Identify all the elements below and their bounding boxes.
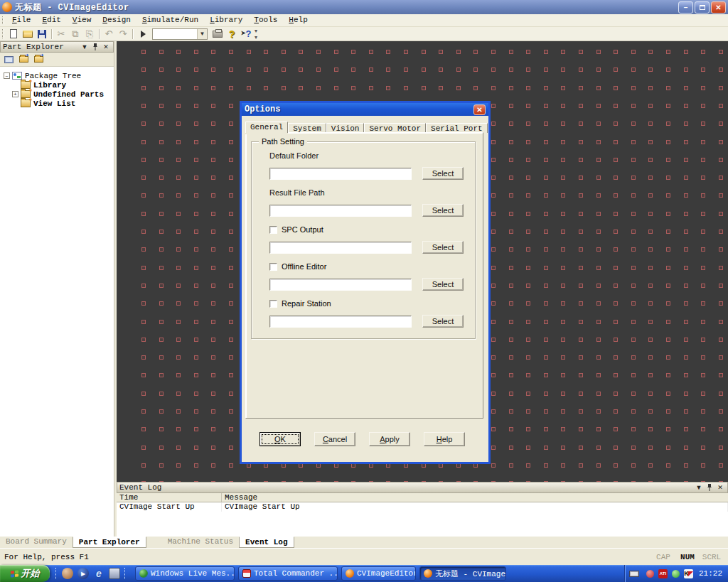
panel-close-icon[interactable]: ✕ xyxy=(715,483,725,492)
input-result-file-path[interactable] xyxy=(269,205,412,217)
tree-item-library[interactable]: Library xyxy=(1,80,114,90)
log-column-time[interactable]: Time xyxy=(117,493,222,502)
checkbox-repair-station[interactable]: Repair Station xyxy=(269,299,331,308)
panel-pin-icon[interactable] xyxy=(705,483,714,492)
print-button[interactable] xyxy=(210,28,225,41)
pad-square xyxy=(666,104,670,108)
dialog-close-button[interactable]: ✕ xyxy=(473,104,486,115)
apply-button[interactable]: Apply xyxy=(369,432,410,446)
task-button-4[interactable]: 无标题 - CVImage... xyxy=(419,566,506,581)
tree-item-view-list[interactable]: View List xyxy=(1,99,114,108)
pad-square xyxy=(648,355,653,360)
select-button-result-file-path[interactable]: Select xyxy=(422,204,464,217)
pad-square xyxy=(526,50,530,54)
input-spc-output[interactable] xyxy=(269,242,412,254)
help-button[interactable]: Help xyxy=(424,432,465,446)
pad-square xyxy=(526,320,530,324)
media-player-icon[interactable]: ▶ xyxy=(77,568,89,579)
task-button-1[interactable]: Windows Live Mes... xyxy=(135,566,235,581)
open-button[interactable] xyxy=(21,28,35,41)
pad-square xyxy=(666,446,670,450)
close-button[interactable]: ✕ xyxy=(711,1,726,14)
pad-square xyxy=(439,68,443,72)
options-tab-servo-motor[interactable]: Servo Motor xyxy=(364,123,426,133)
internet-explorer-icon[interactable]: e xyxy=(93,568,105,579)
checkbox-box[interactable] xyxy=(269,263,277,271)
options-tab-system[interactable]: System xyxy=(288,123,326,133)
pad-square xyxy=(159,392,164,396)
options-tab-serial-port[interactable]: Serial Port xyxy=(426,123,488,133)
menu-item-file[interactable]: File xyxy=(6,14,36,26)
input-default-folder[interactable] xyxy=(269,168,412,180)
checkbox-box[interactable] xyxy=(269,226,277,234)
toolbar-combobox[interactable]: ▼ xyxy=(152,28,208,40)
select-button-offline-editor[interactable]: Select xyxy=(422,278,464,291)
ati-tray-icon[interactable]: ATI xyxy=(658,569,668,578)
options-tab-vision[interactable]: Vision xyxy=(326,123,365,133)
menu-item-help[interactable]: Help xyxy=(283,14,313,26)
task-button-3[interactable]: CVImageEditor - ... xyxy=(341,566,416,581)
dock-tab-board-summary[interactable]: Board Summary xyxy=(0,537,73,548)
menu-item-edit[interactable]: Edit xyxy=(36,14,66,26)
paste-button[interactable]: ⎘ xyxy=(82,28,97,41)
restore-button[interactable] xyxy=(695,1,710,14)
pad-square xyxy=(701,212,705,216)
tray-red-icon[interactable] xyxy=(646,570,654,578)
menu-item-tools[interactable]: Tools xyxy=(248,14,283,26)
taskbar-clock[interactable]: 21:22 xyxy=(699,569,722,578)
options-tab-general[interactable]: General xyxy=(245,122,288,133)
panel-close-icon[interactable]: ✕ xyxy=(101,43,111,52)
select-button-spc-output[interactable]: Select xyxy=(422,241,464,254)
minimize-button[interactable]: – xyxy=(678,1,693,14)
undo-button[interactable]: ↶ xyxy=(102,28,116,41)
checkbox-box[interactable] xyxy=(269,300,277,308)
menu-item-simulate-run[interactable]: Simulate/Run xyxy=(136,14,204,26)
input-repair-station[interactable] xyxy=(269,316,412,328)
log-column-message[interactable]: Message xyxy=(222,493,728,502)
new-package-button[interactable] xyxy=(17,54,30,65)
select-button-repair-station[interactable]: Select xyxy=(422,315,464,328)
cut-button[interactable]: ✂ xyxy=(54,28,68,41)
chevron-down-icon[interactable]: ▼ xyxy=(197,29,207,39)
open-package-button[interactable] xyxy=(32,54,45,65)
board-view-button[interactable] xyxy=(2,54,15,65)
dock-tab-machine-status[interactable]: Machine Status xyxy=(162,537,239,548)
new-button[interactable] xyxy=(6,28,21,41)
save-button[interactable] xyxy=(35,28,49,41)
pad-square xyxy=(614,193,618,198)
tree-collapse-icon[interactable]: – xyxy=(4,72,10,79)
toolbar-overflow-chevron[interactable]: ▾▾ xyxy=(255,28,257,41)
menu-item-design[interactable]: Design xyxy=(97,14,136,26)
tree-item-undefined-parts[interactable]: +Undefined Parts xyxy=(1,90,114,99)
select-button-default-folder[interactable]: Select xyxy=(422,167,464,180)
keyboard-layout-icon[interactable] xyxy=(629,571,639,577)
redo-button[interactable]: ↷ xyxy=(116,28,130,41)
kaspersky-tray-icon[interactable]: K◤ xyxy=(684,569,693,578)
menu-item-library[interactable]: Library xyxy=(204,14,248,26)
input-offline-editor[interactable] xyxy=(269,279,412,291)
task-app-icon xyxy=(424,569,432,578)
tree-root-row[interactable]: –Package Tree xyxy=(1,71,114,80)
task-button-2[interactable]: Total Commander ... xyxy=(238,566,338,581)
checkbox-spc-output[interactable]: SPC Output xyxy=(269,225,323,234)
pad-square xyxy=(526,68,530,72)
dock-tab-part-explorer[interactable]: Part Explorer xyxy=(73,537,146,548)
menu-item-view[interactable]: View xyxy=(67,14,97,26)
mail-client-icon[interactable] xyxy=(109,568,120,579)
copy-button[interactable]: ⧉ xyxy=(68,28,82,41)
media-globe-icon[interactable] xyxy=(62,568,73,579)
context-help-button[interactable]: ? xyxy=(239,28,253,41)
tree-expand-icon[interactable]: + xyxy=(12,91,18,97)
panel-menu-chevron-icon[interactable]: ▼ xyxy=(80,43,90,52)
help-button[interactable]: ? xyxy=(225,28,239,41)
log-row[interactable]: CVImage Start UpCVImage Start Up xyxy=(117,502,728,512)
run-button[interactable] xyxy=(135,28,149,41)
panel-pin-icon[interactable] xyxy=(90,43,100,52)
dock-tab-event-log[interactable]: Event Log xyxy=(239,537,294,548)
checkbox-offline-editor[interactable]: Offline Editor xyxy=(269,262,326,271)
ok-button[interactable]: OK xyxy=(259,432,301,446)
tray-green-agent-icon[interactable] xyxy=(672,570,680,578)
start-button[interactable]: 开始 xyxy=(0,565,50,582)
panel-menu-chevron-icon[interactable]: ▼ xyxy=(694,483,704,492)
cancel-button[interactable]: Cancel xyxy=(314,432,355,446)
